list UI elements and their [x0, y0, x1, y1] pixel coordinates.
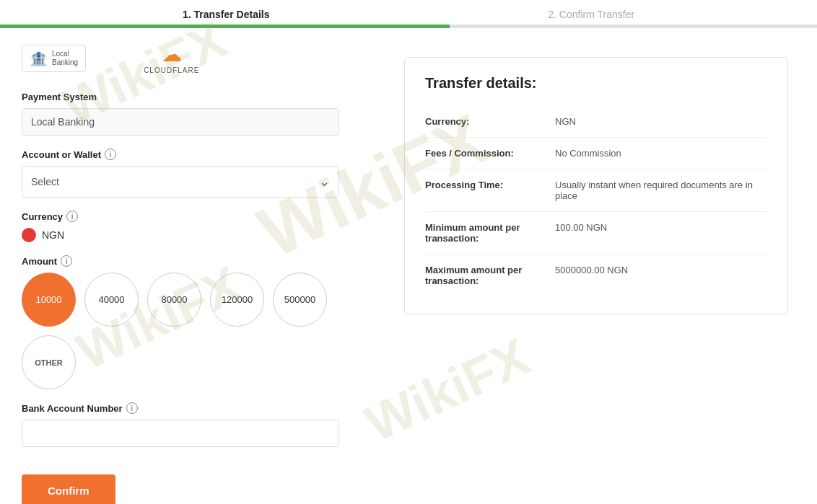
amount-section: Amount i 10000 40000 80000 120000 500000…	[22, 255, 368, 389]
detail-row-fees: Fees / Commission: No Commission	[425, 138, 767, 169]
currency-value: NGN	[42, 229, 64, 241]
currency-row: NGN	[22, 228, 368, 242]
transfer-details-title: Transfer details:	[425, 75, 767, 92]
amount-btn-120000[interactable]: 120000	[210, 273, 264, 327]
amount-btn-500000[interactable]: 500000	[273, 273, 327, 327]
bank-icon: 🏦	[30, 50, 48, 67]
account-wallet-label: Account or Wallet i	[22, 149, 368, 160]
amount-info-icon[interactable]: i	[61, 255, 72, 267]
amount-buttons: 10000 40000 80000 120000 500000 OTHER	[22, 273, 368, 389]
local-banking-bottom: Banking	[52, 58, 78, 67]
confirm-button[interactable]: Confirm	[22, 474, 115, 504]
detail-value-max: 5000000.00 NGN	[555, 265, 767, 275]
detail-value-currency: NGN	[555, 116, 767, 127]
chevron-down-icon: ⌄	[319, 174, 330, 190]
amount-btn-10000[interactable]: 10000	[22, 273, 76, 327]
main-layout: 🏦 Local Banking ☁ CLOUDFLARE Payment Sys…	[0, 28, 817, 504]
detail-key-processing: Processing Time:	[425, 180, 541, 190]
amount-btn-80000[interactable]: 80000	[147, 273, 201, 327]
cloudflare-logo: ☁ CLOUDFLARE	[144, 43, 199, 74]
account-wallet-section: Account or Wallet i Select ⌄	[22, 149, 368, 198]
currency-info-icon[interactable]: i	[66, 211, 78, 222]
currency-dot	[22, 228, 36, 242]
detail-key-max: Maximum amount per transaction:	[425, 265, 541, 286]
bank-account-section: Bank Account Number i	[22, 402, 368, 447]
amount-label: Amount i	[22, 255, 368, 267]
currency-section: Currency i NGN	[22, 211, 368, 242]
detail-key-currency: Currency:	[425, 116, 541, 127]
left-panel: 🏦 Local Banking ☁ CLOUDFLARE Payment Sys…	[22, 43, 368, 504]
step1-label: 1. Transfer Details	[183, 9, 270, 20]
local-banking-top: Local	[52, 50, 78, 58]
payment-system-section: Payment System	[22, 92, 368, 136]
logos-row: 🏦 Local Banking ☁ CLOUDFLARE	[22, 43, 368, 74]
amount-btn-other[interactable]: OTHER	[22, 335, 76, 389]
local-banking-logo: 🏦 Local Banking	[22, 45, 86, 72]
detail-key-fees: Fees / Commission:	[425, 148, 541, 159]
detail-value-fees: No Commission	[555, 148, 767, 159]
right-panel: Transfer details: Currency: NGN Fees / C…	[383, 43, 795, 504]
currency-label: Currency i	[22, 211, 368, 222]
account-wallet-info-icon[interactable]: i	[105, 149, 116, 160]
detail-row-min: Minimum amount per transaction: 100.00 N…	[425, 212, 767, 255]
detail-row-currency: Currency: NGN	[425, 106, 767, 138]
cloudflare-icon: ☁	[162, 43, 182, 66]
detail-value-processing: Usually instant when required documents …	[555, 180, 767, 201]
cloudflare-text: CLOUDFLARE	[144, 66, 199, 74]
amount-btn-40000[interactable]: 40000	[84, 273, 139, 327]
payment-system-label: Payment System	[22, 92, 368, 102]
payment-system-input	[22, 108, 339, 136]
detail-key-min: Minimum amount per transaction:	[425, 222, 541, 244]
transfer-details-card: Transfer details: Currency: NGN Fees / C…	[404, 57, 788, 314]
bank-account-info-icon[interactable]: i	[126, 402, 138, 414]
detail-value-min: 100.00 NGN	[555, 222, 767, 233]
detail-row-processing: Processing Time: Usually instant when re…	[425, 169, 767, 212]
select-placeholder: Select	[31, 176, 59, 187]
progress-header: 1. Transfer Details 2. Confirm Transfer	[0, 0, 817, 28]
step2-label: 2. Confirm Transfer	[548, 9, 634, 20]
bank-account-input[interactable]	[22, 420, 339, 447]
detail-row-max: Maximum amount per transaction: 5000000.…	[425, 255, 767, 296]
account-wallet-dropdown[interactable]: Select ⌄	[22, 166, 339, 198]
bank-account-label: Bank Account Number i	[22, 402, 368, 414]
